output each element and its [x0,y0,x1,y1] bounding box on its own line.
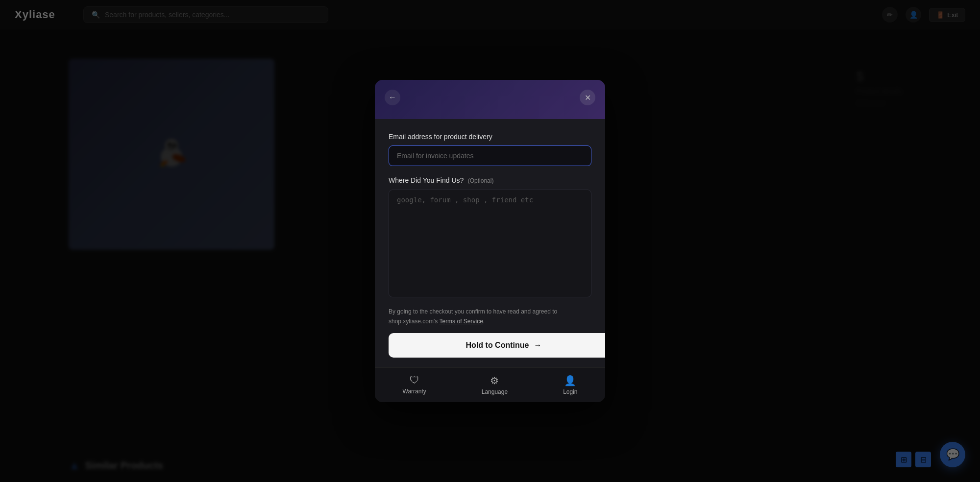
warranty-icon: 🛡 [410,375,419,386]
modal-terms: By going to the checkout you confirm to … [375,299,605,326]
referral-textarea[interactable] [389,190,591,297]
footer-login[interactable]: 👤 Login [563,375,577,395]
footer-warranty[interactable]: 🛡 Warranty [403,375,426,395]
checkout-modal: ← ✕ Email address for product delivery W… [375,80,605,402]
login-icon: 👤 [564,375,576,386]
footer-language[interactable]: ⚙ Language [482,375,508,395]
language-icon: ⚙ [490,375,499,386]
modal-overlay: ← ✕ Email address for product delivery W… [0,0,980,482]
hold-to-continue-button[interactable]: Hold to Continue → [389,333,605,358]
email-input[interactable] [389,145,591,166]
modal-body: Email address for product delivery Where… [375,119,605,299]
modal-header-controls: ← ✕ [385,90,595,105]
modal-close-button[interactable]: ✕ [580,90,595,105]
terms-link[interactable]: Terms of Service [439,318,483,325]
modal-header-image: ← ✕ [375,80,605,119]
email-field-label: Email address for product delivery [389,133,591,141]
where-label: Where Did You Find Us? (Optional) [389,176,591,185]
modal-back-button[interactable]: ← [385,90,400,105]
modal-footer: 🛡 Warranty ⚙ Language 👤 Login [375,367,605,402]
